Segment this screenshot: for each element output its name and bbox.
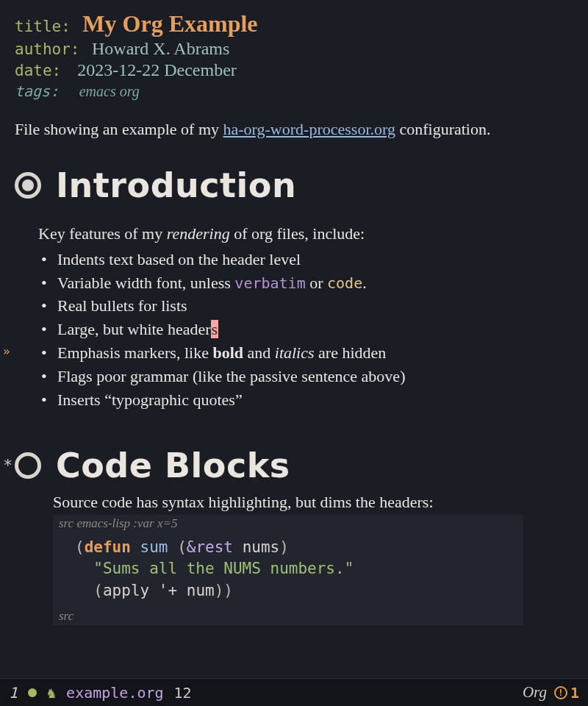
src-block-footer: src: [53, 607, 523, 625]
list-item: Inserts “typographic quotes”: [54, 388, 573, 412]
intro-text-pre: File showing an example of my: [15, 120, 223, 138]
meta-tags-line: tags: emacs org: [15, 82, 573, 101]
heading-bullet-icon: [15, 172, 41, 199]
feature-list: Indents text based on the header level V…: [38, 248, 573, 412]
warning-count: 1: [570, 684, 579, 702]
heading-star-icon: *: [3, 456, 12, 474]
heading-introduction-row: Introduction: [15, 165, 573, 205]
meta-val-date: 2023-12-22 December: [77, 60, 237, 79]
heading-code-blocks-row: * Code Blocks: [15, 446, 573, 485]
emphasis-rendering: rendering: [167, 224, 230, 243]
list-item: Variable width font, unless verbatim or …: [54, 271, 573, 295]
section1-body: Key features of my rendering of org file…: [38, 224, 573, 412]
section1-lead: Key features of my rendering of org file…: [38, 224, 573, 243]
modified-indicator-icon: [28, 688, 37, 697]
list-item: Flags poor grammar (like the passive sen…: [54, 365, 573, 388]
meta-date-line: date: 2023-12-22 December: [15, 60, 573, 80]
warning-icon: !: [554, 686, 567, 699]
meta-title-line: title: My Org Example: [15, 10, 573, 38]
meta-val-tags: emacs org: [79, 83, 140, 99]
code-sample: code: [327, 274, 362, 292]
mode-line[interactable]: 1 ♞ example.org 12 Org ! 1: [0, 678, 588, 706]
major-mode-label[interactable]: Org: [523, 683, 547, 702]
minibuffer-area[interactable]: [0, 663, 588, 678]
editor-buffer[interactable]: title: My Org Example author: Howard X. …: [0, 0, 588, 663]
buffer-filename[interactable]: example.org: [66, 684, 163, 702]
src-block-body[interactable]: (defun sum (&rest nums) "Sums all the NU…: [53, 532, 523, 607]
line-number: 12: [174, 684, 192, 702]
list-item: Large, but white headers: [54, 318, 573, 341]
window-number: 1: [9, 684, 18, 702]
list-item: Indents text based on the header level: [54, 248, 573, 271]
list-item: Real bullets for lists: [54, 294, 573, 318]
heading-bullet-icon: [15, 452, 41, 479]
meta-val-author: Howard X. Abrams: [92, 39, 229, 58]
src-block-header: src emacs-lisp :var x=5: [53, 515, 523, 532]
meta-val-title: My Org Example: [82, 10, 257, 37]
flycheck-warning[interactable]: ! 1: [554, 684, 579, 702]
meta-key-tags: tags:: [15, 82, 59, 100]
verbatim-sample: verbatim: [234, 274, 305, 292]
meta-key-date: date:: [15, 62, 61, 79]
fringe-indicator-icon: »: [3, 343, 10, 360]
intro-paragraph: File showing an example of my ha-org-wor…: [15, 118, 573, 140]
meta-key-author: author:: [15, 40, 80, 58]
heading-code-blocks: Code Blocks: [56, 446, 290, 485]
intro-text-post: configuration.: [395, 120, 491, 138]
meta-key-title: title:: [15, 18, 71, 35]
config-file-link[interactable]: ha-org-word-processor.org: [223, 120, 395, 138]
list-item: » Emphasis markers, like bold and italic…: [54, 341, 573, 365]
italics-sample: italics: [275, 343, 315, 362]
bold-sample: bold: [212, 343, 243, 362]
section2-body: Source code has syntax highlighting, but…: [53, 493, 573, 625]
text-cursor: s: [211, 320, 219, 338]
project-icon: ♞: [47, 684, 56, 702]
meta-author-line: author: Howard X. Abrams: [15, 39, 573, 59]
section2-lead: Source code has syntax highlighting, but…: [53, 493, 573, 512]
heading-introduction: Introduction: [56, 165, 296, 205]
